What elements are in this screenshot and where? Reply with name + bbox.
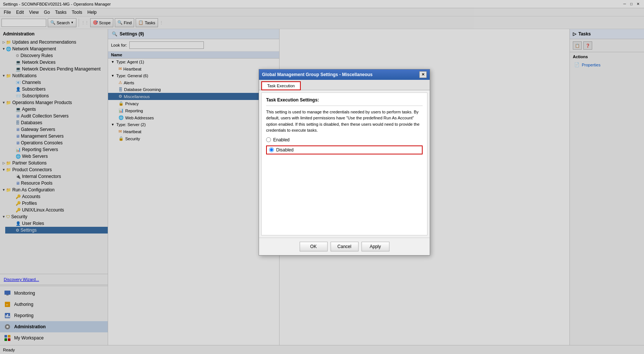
radio-group: Enabled Disabled — [266, 137, 423, 154]
tab-label: Task Execution — [267, 84, 295, 88]
radio-disabled-label: Disabled — [276, 147, 294, 153]
modal-overlay: Global Management Group Settings - Misce… — [0, 0, 644, 354]
radio-enabled-label: Enabled — [273, 137, 290, 142]
radio-enabled-option[interactable]: Enabled — [266, 137, 423, 142]
modal-title: Global Management Group Settings - Misce… — [262, 72, 373, 77]
radio-enabled-input[interactable] — [266, 137, 271, 142]
modal-content-title: Task Execution Settings: — [266, 97, 423, 103]
radio-disabled-input[interactable] — [269, 147, 274, 152]
tab-task-execution[interactable]: Task Execution — [261, 81, 301, 90]
cancel-button[interactable]: Cancel — [331, 242, 359, 251]
content-divider — [266, 106, 423, 106]
modal-dialog: Global Management Group Settings - Misce… — [259, 69, 430, 256]
apply-button[interactable]: Apply — [362, 242, 389, 251]
modal-description: This setting is used to manage the crede… — [266, 109, 423, 134]
ok-button[interactable]: OK — [300, 242, 328, 251]
radio-disabled-highlighted: Disabled — [266, 145, 423, 154]
modal-close-button[interactable]: ✕ — [419, 71, 427, 78]
modal-content: Task Execution Settings: This setting is… — [261, 93, 427, 235]
modal-tabs: Task Execution — [259, 80, 430, 90]
modal-footer: OK Cancel Apply — [259, 238, 430, 255]
modal-titlebar: Global Management Group Settings - Misce… — [259, 69, 430, 80]
